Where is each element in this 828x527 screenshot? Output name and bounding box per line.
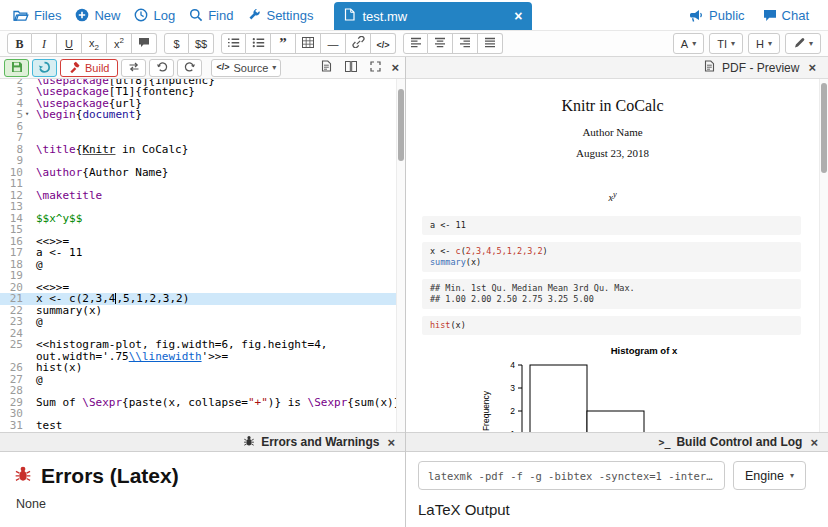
code-token: } (135, 108, 142, 121)
code-token: ) (543, 246, 548, 256)
engine-dropdown[interactable]: Engine ▾ (733, 461, 806, 490)
settings-button[interactable]: Settings (240, 4, 320, 27)
code-token: $$x^y$$ (36, 212, 82, 225)
code-line[interactable]: 29Sum of \Sexpr{paste(x, collapse="+")} … (0, 397, 405, 409)
fold-icon (23, 178, 31, 190)
fold-icon[interactable]: ▾ (23, 109, 31, 121)
code-line[interactable]: 26hist(x) (0, 362, 405, 374)
preview-scrollbar-thumb[interactable] (821, 83, 827, 173)
code-button[interactable]: </> (371, 33, 396, 54)
quote-button[interactable]: ” (271, 33, 296, 54)
marker-dropdown[interactable]: ▾ (785, 33, 821, 54)
italic-button[interactable]: I (32, 33, 57, 54)
build-command-input[interactable] (418, 461, 725, 490)
build-command-row: Engine ▾ (418, 461, 818, 490)
format-button-group: $$$ (164, 33, 214, 54)
fold-icon (23, 224, 31, 236)
tab-close-icon[interactable]: × (514, 9, 522, 23)
fullscreen-button[interactable] (365, 60, 386, 76)
subscript-button[interactable]: x2 (82, 33, 107, 54)
ordered-list-button[interactable] (221, 33, 246, 54)
cocalc-app: Files New Log Find Settings test.mw × (0, 0, 828, 527)
timetravel-button[interactable] (32, 59, 57, 77)
undo-button[interactable] (149, 59, 174, 77)
code-text (31, 270, 405, 282)
horizontal-rule-button[interactable]: — (321, 33, 346, 54)
build-collapse-bar[interactable]: >_ Build Control and Log × (406, 432, 828, 452)
errors-collapse-bar[interactable]: Errors and Warnings × (0, 432, 405, 452)
heading-dropdown[interactable]: H▾ (748, 33, 780, 54)
code-line[interactable]: 6 (0, 121, 405, 133)
code-token: hist (430, 320, 450, 330)
code-line[interactable]: 27@ (0, 374, 405, 386)
sync-button[interactable] (121, 59, 146, 77)
close-preview-icon[interactable]: × (806, 61, 818, 74)
font-color-dropdown[interactable]: A▾ (673, 33, 704, 54)
underline-button[interactable]: U (57, 33, 82, 54)
editor-scrollbar-thumb[interactable] (398, 89, 404, 161)
close-errors-icon[interactable]: × (385, 436, 397, 449)
errors-title: Errors (Latex) (41, 464, 179, 488)
split-view-button[interactable] (340, 60, 362, 76)
link-button[interactable] (346, 33, 371, 54)
code-line[interactable]: 5▾\begin{document} (0, 109, 405, 121)
code-line[interactable]: 12\maketitle (0, 190, 405, 202)
fold-icon (23, 316, 31, 328)
code-line[interactable]: 22summary(x) (0, 305, 405, 317)
line-number: 13 (0, 201, 23, 213)
r-code-block: hist(x) (422, 316, 801, 335)
font-family-dropdown[interactable]: TI▾ (709, 33, 743, 54)
fold-icon (23, 328, 31, 340)
bold-button[interactable]: B (7, 33, 32, 54)
errors-heading: Errors (Latex) (14, 464, 391, 488)
build-button[interactable]: Build (60, 59, 118, 77)
fold-icon (23, 397, 31, 409)
display-math-button[interactable]: $$ (189, 33, 214, 54)
log-button[interactable]: Log (127, 4, 182, 27)
ordered-list-icon (227, 36, 240, 51)
new-button[interactable]: New (68, 4, 127, 27)
superscript-button[interactable]: x2 (107, 33, 132, 54)
close-editor-icon[interactable]: × (389, 61, 401, 74)
unordered-list-button[interactable] (246, 33, 271, 54)
code-line[interactable]: 31test (0, 420, 405, 432)
code-line[interactable]: 14$$x^y$$ (0, 213, 405, 225)
save-button[interactable] (4, 59, 29, 77)
source-dropdown[interactable]: </> Source ▾ (211, 59, 281, 77)
fold-icon (23, 79, 31, 86)
comment-button[interactable] (132, 33, 157, 54)
preview-scrollbar[interactable] (819, 79, 828, 432)
pdf-view[interactable]: Knitr in CoCalc Author Name August 23, 2… (406, 79, 828, 432)
editor-scrollbar[interactable] (396, 79, 405, 432)
code-line[interactable]: 18@ (0, 259, 405, 271)
code-text: a <- 11 (31, 247, 405, 259)
files-button[interactable]: Files (6, 4, 68, 27)
code-editor[interactable]: 2\usepackage[utf8]{inputenc}3\usepackage… (0, 79, 405, 432)
find-button[interactable]: Find (182, 4, 240, 27)
fold-icon (23, 213, 31, 225)
code-token: @ (36, 258, 43, 271)
code-text: summary(x) (31, 305, 405, 317)
settings-label: Settings (266, 8, 313, 23)
align-right-button[interactable] (453, 33, 478, 54)
chat-button[interactable]: Chat (756, 4, 816, 27)
align-center-button[interactable] (428, 33, 453, 54)
tab-test-mw[interactable]: test.mw × (334, 2, 532, 30)
align-left-button[interactable] (403, 33, 428, 54)
inline-math-button[interactable]: $ (164, 33, 189, 54)
table-button[interactable] (296, 33, 321, 54)
public-button[interactable]: Public (682, 4, 751, 27)
code-line[interactable]: 23@ (0, 316, 405, 328)
code-token: )} is (268, 396, 308, 409)
code-line[interactable]: 8\title{Knitr in CoCalc} (0, 144, 405, 156)
redo-button[interactable] (177, 59, 202, 77)
code-line[interactable]: 10\author{Author Name} (0, 167, 405, 179)
code-text: \title{Knitr in CoCalc} (31, 144, 405, 156)
align-justify-button[interactable] (478, 33, 503, 54)
build-label: Build (85, 62, 109, 74)
code-line[interactable]: 17a <- 11 (0, 247, 405, 259)
format-button-group: ”—</> (221, 33, 396, 54)
close-build-icon[interactable]: × (808, 436, 820, 449)
page-view-button[interactable] (316, 59, 337, 76)
table-icon (302, 36, 314, 51)
